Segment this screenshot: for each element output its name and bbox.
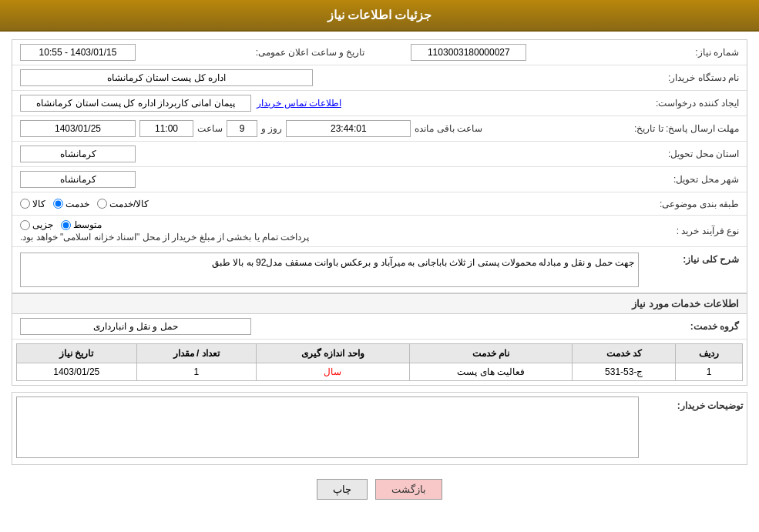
services-section: اطلاعات خدمات مورد نیاز گروه خدمت: ردیف … [12,293,747,386]
page-title: جزئیات اطلاعات نیاز [327,8,432,22]
page-container: جزئیات اطلاعات نیاز شماره نیاز: تاریخ و … [0,0,759,532]
description-row: شرح کلی نیاز: جهت حمل و نقل و مبادله محم… [12,247,747,293]
col-quantity: تعداد / مقدار [136,344,256,363]
purchase-type-label: نوع فرآیند خرید : [643,224,743,238]
back-button[interactable]: بازگشت [375,479,442,500]
org-name-value-cell [16,68,643,88]
announce-date-label: تاریخ و ساعت اعلان عمومی: [252,45,369,59]
purchase-type-notice: پرداخت تمام یا بخشی از مبلغ خریدار از مح… [20,232,309,243]
purchase-type-jozi[interactable]: جزیی [20,219,53,230]
description-value-cell: جهت حمل و نقل و مبادله محمولات پستی از ث… [16,251,643,289]
need-number-label: شماره نیاز: [643,45,743,59]
category-radio-kala-khedmat[interactable]: کالا/خدمت [97,199,149,209]
purchase-type-value-cell: متوسط جزیی پرداخت تمام یا بخشی از مبلغ خ… [16,218,643,244]
deadline-row: مهلت ارسال پاسخ: تا تاریخ: ساعت باقی مان… [12,116,747,142]
buyer-notes-row: توضیحات خریدار: [12,393,747,464]
city-input[interactable] [20,171,136,188]
buttons-row: بازگشت چاپ [12,471,747,507]
creator-value-cell: اطلاعات تماس خریدار [16,93,643,113]
cell-unit: سال [256,363,409,381]
city-row: شهر محل تحویل: [12,167,747,192]
deadline-datetime: ساعت باقی مانده روز و ساعت [20,120,482,137]
announce-date-value-cell [16,42,252,62]
category-radio-khedmat[interactable]: خدمت [53,199,89,209]
city-value-cell [16,169,643,189]
deadline-time-input[interactable] [139,120,193,137]
category-label: طبقه بندی موضوعی: [643,197,743,211]
table-header-row: ردیف کد خدمت نام خدمت واحد اندازه گیری ت… [17,344,743,363]
announce-date-input[interactable] [20,44,136,61]
time-label: ساعت [197,123,223,134]
deadline-date-input[interactable] [20,120,136,137]
category-value-cell: کالا/خدمت خدمت کالا [16,197,643,211]
buyer-notes-section: توضیحات خریدار: [12,392,747,465]
purchase-type-mottavasset[interactable]: متوسط [61,219,102,230]
table-row: 1 ج-53-531 فعالیت های پست سال 1 1403/01/… [17,363,743,381]
print-button[interactable]: چاپ [317,479,368,500]
city-label: شهر محل تحویل: [643,172,743,186]
province-label: استان محل تحویل: [643,147,743,161]
creator-link[interactable]: اطلاعات تماس خریدار [257,98,341,109]
day-label: روز و [261,123,282,134]
service-group-label: گروه خدمت: [643,320,743,333]
category-row: طبقه بندی موضوعی: کالا/خدمت خدمت کالا [12,192,747,216]
need-number-value-cell [407,42,643,62]
buyer-notes-value-cell [16,396,639,460]
page-header: جزئیات اطلاعات نیاز [0,0,759,32]
cell-service-name: فعالیت های پست [410,363,573,381]
org-name-row: نام دستگاه خریدار: [12,65,747,91]
main-content: شماره نیاز: تاریخ و ساعت اعلان عمومی: نا… [0,32,759,515]
need-number-row: شماره نیاز: تاریخ و ساعت اعلان عمومی: [12,40,747,65]
deadline-value-cell: ساعت باقی مانده روز و ساعت [16,119,630,139]
province-row: استان محل تحویل: [12,142,747,167]
category-radio-kala[interactable]: کالا [20,199,45,209]
need-number-input[interactable] [411,44,526,61]
purchase-type-radio-group: متوسط جزیی [20,219,102,230]
days-input [227,120,257,137]
org-name-input[interactable] [20,69,313,86]
description-label: شرح کلی نیاز: [643,251,743,266]
description-text: جهت حمل و نقل و مبادله محمولات پستی از ث… [20,253,639,287]
category-radio-group: کالا/خدمت خدمت کالا [20,199,149,209]
creator-input[interactable] [20,95,251,112]
province-value-cell [16,144,643,164]
service-group-input[interactable] [20,318,251,335]
col-row-num: ردیف [676,344,743,363]
org-name-label: نام دستگاه خریدار: [643,71,743,85]
creator-row: ایجاد کننده درخواست: اطلاعات تماس خریدار [12,91,747,116]
countdown-input [286,120,411,137]
services-table-wrapper: ردیف کد خدمت نام خدمت واحد اندازه گیری ت… [12,340,747,385]
creator-label: ایجاد کننده درخواست: [643,96,743,110]
cell-date: 1403/01/25 [17,363,137,381]
col-unit: واحد اندازه گیری [256,344,409,363]
cell-quantity: 1 [136,363,256,381]
purchase-type-row: نوع فرآیند خرید : متوسط جزیی [12,216,747,247]
province-input[interactable] [20,146,136,162]
countdown-label: ساعت باقی مانده [415,123,482,134]
form-section: شماره نیاز: تاریخ و ساعت اعلان عمومی: نا… [12,39,747,293]
col-date: تاریخ نیاز [17,344,137,363]
services-section-title: اطلاعات خدمات مورد نیاز [12,294,747,314]
buyer-notes-textarea[interactable] [16,396,639,458]
service-group-value-cell [16,316,643,336]
buyer-notes-label: توضیحات خریدار: [643,396,743,460]
cell-service-code: ج-53-531 [573,363,676,381]
col-service-code: کد خدمت [573,344,676,363]
service-group-row: گروه خدمت: [12,314,747,340]
col-service-name: نام خدمت [410,344,573,363]
deadline-label: مهلت ارسال پاسخ: تا تاریخ: [630,122,743,136]
cell-row-num: 1 [676,363,743,381]
services-table: ردیف کد خدمت نام خدمت واحد اندازه گیری ت… [16,343,743,381]
